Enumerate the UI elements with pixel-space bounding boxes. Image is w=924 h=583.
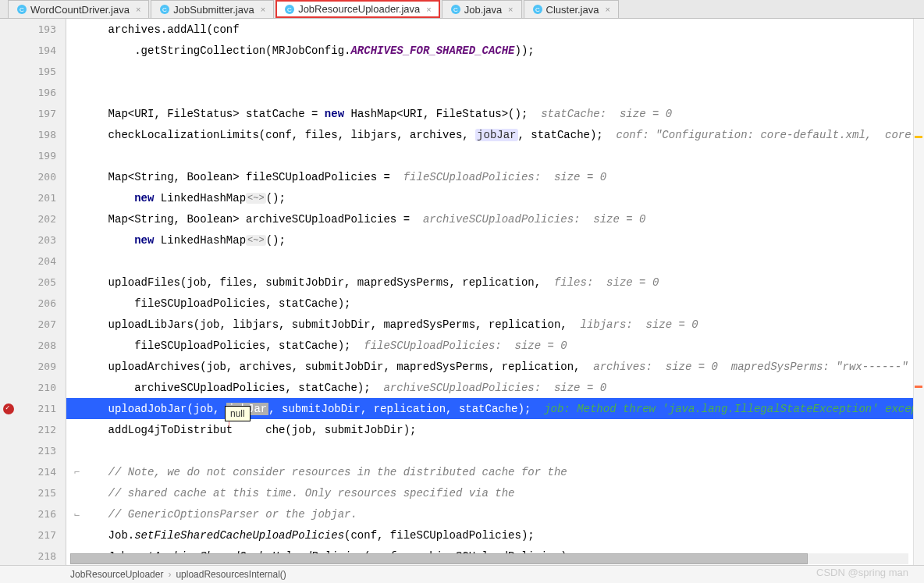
inlay-hint: job: Method threw 'java.lang.IllegalStat…: [544, 403, 924, 415]
breadcrumb[interactable]: JobResourceUploader › uploadResourcesInt…: [0, 565, 924, 583]
code-text: , statCache);: [518, 129, 617, 141]
code-text: LinkedHashMap: [154, 234, 246, 247]
line-number[interactable]: 201: [0, 187, 66, 208]
tab-wordcountdriver-java[interactable]: CWordCountDriver.java×: [8, 0, 149, 18]
code-text: archives.addAll(conf: [82, 23, 240, 36]
keyword: new: [134, 234, 154, 247]
code-text: uploadLibJars(job, libjars, submitJobDir…: [82, 318, 581, 331]
code-text: uploadFiles(job, files, submitJobDir, ma…: [82, 276, 554, 289]
execution-line[interactable]: uploadJobJar(job, jobJar, submitJobDir, …: [66, 398, 924, 419]
code-text: checkLocalizationLimits(conf, files, lib…: [82, 129, 475, 141]
inlay-hint: archiveSCUploadPolicies: size = 0: [423, 213, 646, 226]
code-text: Map<URI, FileStatus> statCache =: [82, 108, 325, 120]
tab-label: JobResourceUploader.java: [298, 3, 420, 15]
close-icon[interactable]: ×: [136, 5, 140, 14]
watermark: CSDN @spring man: [816, 567, 908, 578]
line-number[interactable]: 211: [0, 398, 66, 419]
value-tooltip: null: [225, 406, 251, 421]
line-number[interactable]: 194: [0, 40, 66, 61]
line-number[interactable]: 196: [0, 82, 66, 103]
line-number[interactable]: 205: [0, 272, 66, 293]
tab-job-java[interactable]: CJob.java×: [442, 0, 522, 18]
line-number[interactable]: 213: [0, 440, 66, 461]
line-number[interactable]: 195: [0, 61, 66, 82]
breakpoint-icon[interactable]: [3, 403, 14, 414]
marker[interactable]: [915, 386, 922, 388]
java-file-icon: C: [16, 4, 27, 15]
inlay-hint: files: size = 0: [554, 276, 659, 289]
right-margin[interactable]: [913, 19, 924, 565]
line-number[interactable]: 218: [0, 546, 66, 567]
java-file-icon: C: [159, 4, 170, 15]
close-icon[interactable]: ×: [426, 5, 431, 14]
line-number[interactable]: 215: [0, 482, 66, 503]
code-text: addLog4jToDistribut che(job, submitJobDi…: [82, 424, 416, 436]
line-number[interactable]: 217: [0, 524, 66, 546]
line-number[interactable]: 216⌙: [0, 503, 66, 524]
svg-text:C: C: [162, 6, 167, 13]
tab-jobresourceuploader-java[interactable]: CJobResourceUploader.java×: [275, 0, 440, 18]
code-text: archiveSCUploadPolicies, statCache);: [82, 382, 383, 394]
line-number[interactable]: 193: [0, 19, 66, 40]
constant: ARCHIVES_FOR_SHARED_CACHE: [350, 44, 514, 57]
code-text: HashMap<URI, FileStatus>();: [344, 108, 541, 120]
line-gutter: 1931941951961971981992002012022032042052…: [0, 19, 66, 565]
inlay-hint: conf: "Configuration: core-default.xml, …: [617, 129, 924, 141]
code-text: ));: [515, 44, 535, 57]
code-text: , submitJobDir, replication, statCache);: [268, 403, 544, 415]
scroll-thumb[interactable]: [70, 553, 808, 564]
line-number[interactable]: 200: [0, 166, 66, 187]
close-icon[interactable]: ×: [508, 5, 513, 14]
close-icon[interactable]: ×: [605, 5, 609, 14]
inlay-hint: fileSCUploadPolicies: size = 0: [403, 171, 606, 183]
code-area[interactable]: archives.addAll(conf .getStringCollectio…: [66, 19, 924, 565]
line-number[interactable]: 199: [0, 145, 66, 166]
code-editor: 1931941951961971981992002012022032042052…: [0, 19, 924, 565]
close-icon[interactable]: ×: [261, 5, 265, 14]
static-method: setFileSharedCacheUploadPolicies: [134, 529, 344, 542]
tab-label: WordCountDriver.java: [30, 4, 130, 16]
svg-text:C: C: [453, 6, 458, 13]
line-number[interactable]: 197: [0, 103, 66, 124]
svg-text:C: C: [535, 6, 540, 13]
tab-jobsubmitter-java[interactable]: CJobSubmitter.java×: [151, 0, 274, 18]
tab-label: Cluster.java: [546, 4, 599, 16]
breadcrumb-method[interactable]: uploadResourcesInternal(): [176, 569, 286, 580]
svg-text:C: C: [287, 6, 292, 13]
line-number[interactable]: 214⌐: [0, 461, 66, 482]
code-text: Map<String, Boolean> fileSCUploadPolicie…: [82, 171, 403, 183]
svg-text:C: C: [20, 6, 24, 13]
line-number[interactable]: 202: [0, 208, 66, 229]
keyword: new: [134, 192, 154, 204]
inlay-hint: libjars: size = 0: [581, 318, 698, 331]
marker[interactable]: [915, 136, 922, 138]
line-number[interactable]: 212: [0, 419, 66, 440]
code-text: (conf, fileSCUploadPolicies);: [344, 529, 535, 542]
diamond-op: <~>: [246, 193, 266, 204]
chevron-right-icon: ›: [168, 569, 171, 580]
line-number[interactable]: 208: [0, 335, 66, 356]
highlighted-var: jobJar: [475, 129, 517, 141]
line-number[interactable]: 204: [0, 251, 66, 272]
breadcrumb-class[interactable]: JobResourceUploader: [70, 569, 163, 580]
code-text: LinkedHashMap: [154, 192, 246, 204]
code-text: Map<String, Boolean> archiveSCUploadPoli…: [82, 213, 423, 226]
comment: // Note, we do not consider resources in…: [82, 466, 567, 478]
line-number[interactable]: 203: [0, 229, 66, 251]
inlay-hint: fileSCUploadPolicies: size = 0: [364, 339, 567, 352]
tab-label: JobSubmitter.java: [173, 4, 254, 16]
comment: // GenericOptionsParser or the jobjar.: [82, 508, 357, 521]
tab-cluster-java[interactable]: CCluster.java×: [524, 0, 619, 18]
line-number[interactable]: 206: [0, 293, 66, 314]
code-text: ();: [266, 234, 286, 247]
inlay-hint: archives: size = 0 mapredSysPerms: "rwx-…: [593, 361, 908, 373]
line-number[interactable]: 210: [0, 377, 66, 398]
code-text: .getStringCollection(MRJobConfig.: [82, 44, 350, 57]
line-number[interactable]: 209: [0, 356, 66, 377]
horizontal-scrollbar[interactable]: [70, 553, 908, 564]
code-text: ();: [266, 192, 286, 204]
keyword: new: [325, 108, 344, 120]
java-file-icon: C: [450, 4, 461, 15]
line-number[interactable]: 207: [0, 314, 66, 335]
line-number[interactable]: 198: [0, 124, 66, 145]
